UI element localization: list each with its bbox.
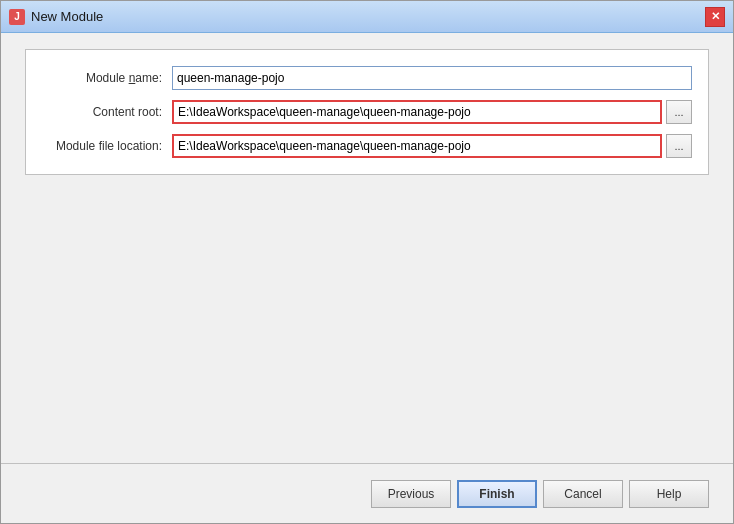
content-root-label: Content root: bbox=[42, 105, 172, 119]
title-bar: J New Module ✕ bbox=[1, 1, 733, 33]
content-root-row: Content root: ... bbox=[42, 100, 692, 124]
module-file-location-row: Module file location: ... bbox=[42, 134, 692, 158]
content-root-input[interactable] bbox=[172, 100, 662, 124]
close-button[interactable]: ✕ bbox=[705, 7, 725, 27]
content-root-input-wrapper: ... bbox=[172, 100, 692, 124]
module-file-location-label: Module file location: bbox=[42, 139, 172, 153]
module-name-row: Module name: bbox=[42, 66, 692, 90]
app-icon: J bbox=[9, 9, 25, 25]
dialog-title: New Module bbox=[31, 9, 103, 24]
module-name-input[interactable] bbox=[172, 66, 692, 90]
cancel-button[interactable]: Cancel bbox=[543, 480, 623, 508]
new-module-dialog: J New Module ✕ Module name: Content root… bbox=[0, 0, 734, 524]
previous-button[interactable]: Previous bbox=[371, 480, 451, 508]
module-name-input-wrapper bbox=[172, 66, 692, 90]
finish-button[interactable]: Finish bbox=[457, 480, 537, 508]
main-body: Module name: Content root: ... Module fi… bbox=[1, 33, 733, 463]
dialog-footer: Previous Finish Cancel Help bbox=[1, 463, 733, 523]
module-file-location-input[interactable] bbox=[172, 134, 662, 158]
module-file-location-input-wrapper: ... bbox=[172, 134, 692, 158]
help-button[interactable]: Help bbox=[629, 480, 709, 508]
module-name-label: Module name: bbox=[42, 71, 172, 85]
content-root-browse-button[interactable]: ... bbox=[666, 100, 692, 124]
title-bar-left: J New Module bbox=[9, 9, 103, 25]
form-area: Module name: Content root: ... Module fi… bbox=[25, 49, 709, 175]
module-file-location-browse-button[interactable]: ... bbox=[666, 134, 692, 158]
